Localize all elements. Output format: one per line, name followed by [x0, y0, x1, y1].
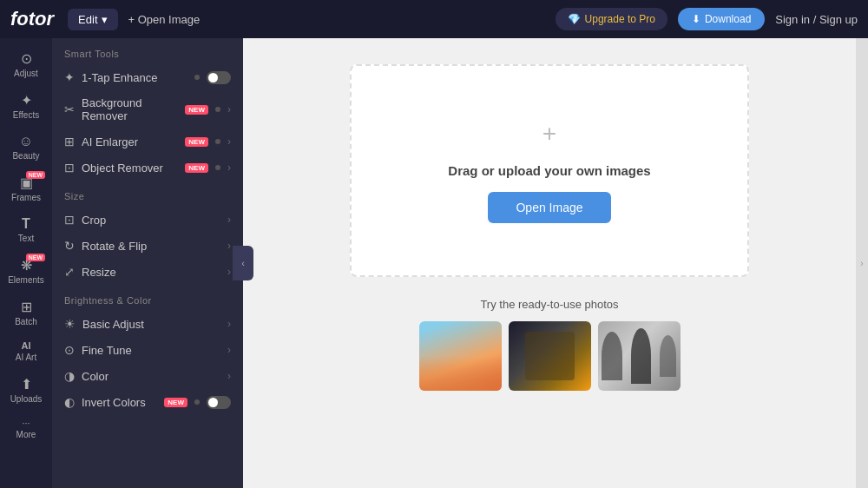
new-badge: NEW [185, 137, 208, 147]
beauty-icon: ☺ [19, 134, 33, 149]
basic-adjust-icon: ☀ [64, 317, 76, 331]
open-image-header-button[interactable]: + Open Image [128, 13, 201, 26]
sidebar-item-frames[interactable]: NEW ▣ Frames [3, 169, 49, 208]
resize-icon: ⤢ [64, 265, 75, 279]
open-image-button[interactable]: Open Image [488, 192, 610, 223]
basic-adjust-item[interactable]: ☀ Basic Adjust › [52, 311, 243, 337]
sidebar-item-elements[interactable]: NEW ❋ Elements [3, 252, 49, 290]
upgrade-button[interactable]: 💎 Upgrade to Pro [556, 8, 667, 30]
sidebar-item-label: Elements [8, 275, 44, 285]
crop-icon: ⊡ [64, 213, 75, 227]
chevron-right-icon: › [227, 135, 231, 148]
download-button[interactable]: ⬇ Download [678, 8, 765, 30]
fine-tune-icon: ⊙ [64, 343, 75, 357]
main-layout: ⊙ Adjust ✦ Effects ☺ Beauty NEW ▣ Frames… [0, 38, 868, 488]
ready-title: Try the ready-to-use photos [480, 298, 618, 311]
enhance-icon: ✦ [64, 70, 75, 84]
canvas-area: + Drag or upload your own images Open Im… [243, 38, 856, 488]
logo: fotor [10, 8, 54, 30]
text-icon: T [22, 216, 30, 232]
item-dot [215, 165, 220, 170]
new-badge: NEW [164, 398, 187, 407]
header: fotor Edit ▾ + Open Image 💎 Upgrade to P… [0, 0, 868, 38]
fine-tune-item[interactable]: ⊙ Fine Tune › [52, 337, 243, 363]
more-icon: ··· [22, 418, 30, 428]
sidebar-item-label: AI Art [16, 353, 36, 362]
uploads-icon: ⬆ [21, 376, 32, 392]
object-remover-icon: ⊡ [64, 161, 75, 175]
sidebar-item-uploads[interactable]: ⬆ Uploads [3, 371, 49, 409]
plus-icon: + [534, 118, 565, 149]
chevron-right-icon: › [227, 240, 231, 252]
bg-remover-item[interactable]: ✂ Background Remover NEW › [52, 90, 243, 129]
sample-image-2[interactable] [509, 321, 591, 391]
signin-button[interactable]: Sign in / Sign up [775, 13, 858, 26]
rotate-icon: ↻ [64, 239, 75, 253]
invert-icon: ◐ [64, 395, 75, 409]
new-badge: NEW [185, 105, 208, 115]
chevron-left-icon: ‹ [241, 258, 245, 268]
item-dot [194, 75, 200, 80]
sidebar-item-text[interactable]: T Text [3, 211, 49, 248]
chevron-down-icon: ▾ [102, 13, 108, 26]
new-badge: NEW [185, 163, 208, 173]
ready-section: Try the ready-to-use photos [350, 298, 749, 391]
collapse-panel-button[interactable]: ‹ [233, 246, 253, 280]
download-icon: ⬇ [692, 13, 700, 25]
sample-image-1[interactable] [419, 321, 502, 391]
new-badge: NEW [26, 254, 45, 261]
invert-colors-item[interactable]: ◐ Invert Colors NEW [52, 389, 243, 415]
bg-remover-icon: ✂ [64, 102, 75, 116]
crop-item[interactable]: ⊡ Crop › [52, 207, 243, 233]
effects-icon: ✦ [21, 92, 32, 109]
sidebar-item-beauty[interactable]: ☺ Beauty [3, 129, 49, 166]
one-tap-enhance-item[interactable]: ✦ 1-Tap Enhance [52, 64, 243, 90]
sidebar-item-label: Batch [15, 317, 37, 326]
upload-text: Drag or upload your own images [448, 163, 650, 178]
sidebar-item-label: Beauty [12, 151, 39, 161]
sidebar-item-adjust[interactable]: ⊙ Adjust [3, 45, 49, 83]
size-section-title: Size [52, 181, 243, 207]
color-item[interactable]: ◑ Color › [52, 363, 243, 389]
enhance-toggle[interactable] [207, 71, 231, 84]
color-icon: ◑ [64, 369, 75, 383]
smart-tools-section-title: Smart Tools [52, 38, 243, 64]
sidebar-item-label: Text [18, 234, 34, 243]
item-dot [194, 399, 200, 405]
diamond-icon: 💎 [568, 13, 581, 25]
new-badge: NEW [26, 171, 45, 179]
sidebar-item-label: Adjust [14, 69, 38, 78]
rotate-flip-item[interactable]: ↻ Rotate & Flip › [52, 233, 243, 259]
adjust-icon: ⊙ [21, 50, 32, 67]
ai-enlarger-icon: ⊞ [64, 135, 75, 148]
resize-item[interactable]: ⤢ Resize › [52, 259, 243, 285]
sidebar-item-effects[interactable]: ✦ Effects [3, 87, 49, 125]
ai-art-icon: AI [22, 340, 31, 351]
sidebar-item-ai-art[interactable]: AI AI Art [3, 335, 49, 367]
chevron-right-icon: › [227, 162, 231, 174]
chevron-right-icon: › [227, 103, 231, 115]
sidebar-item-label: Uploads [10, 394, 43, 404]
item-dot [215, 139, 220, 144]
batch-icon: ⊞ [21, 299, 32, 315]
ai-enlarger-item[interactable]: ⊞ AI Enlarger NEW › [52, 129, 243, 155]
side-panel: Smart Tools ✦ 1-Tap Enhance ✂ Background… [52, 38, 243, 488]
item-dot [215, 107, 220, 112]
icon-nav: ⊙ Adjust ✦ Effects ☺ Beauty NEW ▣ Frames… [0, 38, 52, 488]
chevron-right-icon: › [227, 344, 231, 356]
sample-image-3[interactable] [598, 321, 681, 391]
sidebar-item-batch[interactable]: ⊞ Batch [3, 293, 49, 332]
invert-toggle[interactable] [207, 396, 231, 409]
chevron-right-small-icon: › [860, 259, 863, 268]
upload-zone[interactable]: + Drag or upload your own images Open Im… [350, 64, 749, 277]
brightness-section-title: Brightness & Color [52, 285, 243, 311]
chevron-right-icon: › [227, 266, 231, 278]
sidebar-item-more[interactable]: ··· More [3, 412, 49, 445]
sidebar-item-label: Frames [11, 193, 41, 202]
right-collapse-handle[interactable]: › [856, 38, 868, 488]
sidebar-item-label: More [16, 430, 36, 439]
edit-button[interactable]: Edit ▾ [68, 9, 117, 30]
sidebar-item-label: Effects [13, 110, 39, 120]
object-remover-item[interactable]: ⊡ Object Remover NEW › [52, 155, 243, 181]
chevron-right-icon: › [227, 370, 231, 382]
